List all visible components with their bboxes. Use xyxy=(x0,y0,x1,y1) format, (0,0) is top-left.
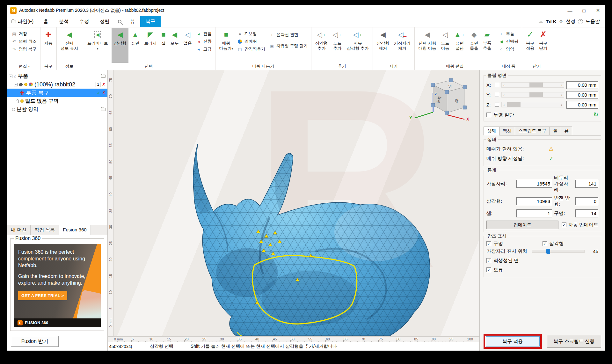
zoom-part-button[interactable]: ＋부품 xyxy=(497,30,520,38)
overlap-button[interactable]: ◂겹침 xyxy=(194,30,214,38)
scroll-left-icon[interactable]: ‹ xyxy=(502,93,506,97)
tab-job-list[interactable]: 작업 목록 xyxy=(31,225,59,235)
run-repair-script-button[interactable]: 복구 스크립트 실행 xyxy=(547,335,601,348)
extrude-surface-button[interactable]: ◆표면 돌출 xyxy=(468,28,480,63)
minimize-button[interactable]: — xyxy=(563,5,577,16)
shells-value[interactable] xyxy=(516,209,552,217)
menu-modify[interactable]: 수정 xyxy=(74,16,94,27)
errors-checkbox[interactable] xyxy=(486,267,491,272)
clip-z-value[interactable] xyxy=(566,101,598,109)
menu-analysis[interactable]: 분석 xyxy=(54,16,74,27)
shell-select-button[interactable]: ■셸 xyxy=(159,28,168,63)
tab-actions[interactable]: 액션 xyxy=(499,127,515,135)
mesh-trim-button[interactable]: ■메쉬 다듬기▾ xyxy=(217,28,236,63)
edges-value[interactable] xyxy=(516,180,552,188)
color-wheel-icon[interactable] xyxy=(29,83,33,86)
contour-join-button[interactable]: ＋윤곽선 결합 xyxy=(267,30,310,39)
freeform-close-button[interactable]: ▣자유형 구멍 닫기 xyxy=(267,39,310,50)
extract-part-button[interactable]: ▰부품 추출 xyxy=(481,28,493,63)
tree-item-part-repair[interactable]: ✚ 부품 복구 ✓ ✗ xyxy=(7,89,107,97)
clip-z-checkbox[interactable] xyxy=(495,103,499,107)
advanced-button[interactable]: ◂고급 xyxy=(194,45,214,53)
tab-fusion-360[interactable]: Fusion 360 xyxy=(59,225,91,235)
get-fusion-button[interactable]: Fusion 받기 xyxy=(11,336,59,347)
account-name[interactable]: Td K xyxy=(546,19,556,24)
clip-x-thumb[interactable] xyxy=(529,83,543,87)
visibility-bulb-icon[interactable] xyxy=(24,83,27,86)
holes-value[interactable] xyxy=(575,209,598,217)
menu-search[interactable] xyxy=(115,16,125,27)
maximize-button[interactable]: □ xyxy=(577,5,591,16)
refresh-icon[interactable]: ↻ xyxy=(594,111,598,118)
menu-file[interactable]: 파일(F) xyxy=(7,16,38,27)
clip-y-thumb[interactable] xyxy=(529,92,543,97)
remove-triangle-button[interactable]: ◀삼각형 제거 xyxy=(375,28,391,63)
help-button[interactable]: 도움말 xyxy=(586,18,600,25)
apply-repair-action-button[interactable]: 복구 적용 xyxy=(486,336,540,346)
menu-home[interactable]: 홈 xyxy=(38,16,54,27)
triangles-checkbox[interactable] xyxy=(543,241,547,246)
free-trial-button[interactable]: GET A FREE TRIAL > xyxy=(18,291,67,300)
remesh-button[interactable]: 리메쉬 xyxy=(236,38,267,45)
tab-script-repair[interactable]: 스크립트 복구 xyxy=(515,127,550,135)
surface-select-button[interactable]: ▲표면 xyxy=(129,28,142,63)
navigation-cube[interactable]: 위 왼쪽 앞 Y X Z xyxy=(410,78,470,121)
clip-y-value[interactable] xyxy=(566,91,598,99)
primitive-button[interactable]: ◀프리미티브 ▾ xyxy=(84,28,111,63)
tab-status[interactable]: 상태 xyxy=(484,127,499,135)
transparent-cut-checkbox[interactable] xyxy=(486,113,491,117)
remove-edge-button[interactable]: ◁▂가장자리 제거 xyxy=(392,28,413,63)
scroll-left-icon[interactable]: ‹ xyxy=(502,103,506,107)
degenerate-checkbox[interactable] xyxy=(486,258,491,263)
menu-repair[interactable]: 복구 xyxy=(140,16,161,27)
scroll-right-icon[interactable]: › xyxy=(559,103,564,107)
tab-view[interactable]: 뷰 xyxy=(561,127,572,135)
tree-item-rabbit02[interactable]: − (100%) rabbit02 1 ✗ xyxy=(7,80,107,89)
scroll-right-icon[interactable]: › xyxy=(559,93,564,97)
toggle-button[interactable]: ◂전환 xyxy=(194,38,214,45)
slider-thumb[interactable] xyxy=(546,249,550,254)
expander-icon[interactable]: − xyxy=(9,75,12,78)
add-triangle-button[interactable]: ◁＋삼각형 추가 xyxy=(313,28,330,63)
add-free-triangle-button[interactable]: ◁＋자유 삼각형 추가 xyxy=(345,28,371,63)
folder-icon[interactable] xyxy=(101,75,106,78)
z-correct-button[interactable]: ●Z-보정 xyxy=(236,30,267,38)
brush-select-button[interactable]: ◤브러시 xyxy=(142,28,159,63)
save-button[interactable]: ▤저장 xyxy=(10,30,39,38)
tree-item-parts-root[interactable]: − ⌂ 부품 xyxy=(7,72,107,80)
menu-view[interactable]: 뷰 xyxy=(125,16,140,27)
undo-button[interactable]: ↶명령 취소 xyxy=(10,38,39,45)
clip-y-scrollbar[interactable]: ‹ › xyxy=(501,92,564,98)
redo-button[interactable]: ↷명령 복구 xyxy=(10,45,39,53)
triangle-select-button[interactable]: ◀삼각형 xyxy=(112,28,128,63)
cut-surface-button[interactable]: ▲＋표면 절단 xyxy=(452,28,467,63)
clip-x-checkbox[interactable] xyxy=(495,83,499,87)
apply-repair-button[interactable]: ✓복구 적용 xyxy=(524,28,536,63)
select-none-button[interactable]: ◁없음 xyxy=(181,28,194,63)
clip-z-thumb[interactable] xyxy=(507,102,521,107)
close-repair-button[interactable]: ✗복구 닫기 xyxy=(537,28,550,63)
edge-position-slider[interactable] xyxy=(532,250,585,253)
border-edges-value[interactable] xyxy=(575,180,598,188)
move-node-button[interactable]: ◁노드 이동 xyxy=(439,28,451,63)
tab-shells[interactable]: 셸 xyxy=(550,127,561,135)
tab-my-machines[interactable]: 내 머신 xyxy=(7,225,31,235)
fusion-ad-banner[interactable]: Fusion 360 is the perfect complement for… xyxy=(14,244,101,327)
expander-icon[interactable]: − xyxy=(14,83,18,86)
tree-item-split-region[interactable]: 분할 영역 xyxy=(7,105,107,113)
clip-x-value[interactable] xyxy=(566,81,598,89)
menu-arrange[interactable]: 정렬 xyxy=(94,16,115,27)
clip-z-scrollbar[interactable]: ‹ › xyxy=(501,102,564,107)
group-label-edit[interactable]: 편집▾ xyxy=(10,63,39,70)
tree-item-no-build-zone[interactable]: 빌드 없음 구역 xyxy=(7,97,107,105)
selection-info-button[interactable]: ◀선택 정보 표시 xyxy=(58,28,81,63)
scroll-right-icon[interactable]: › xyxy=(559,83,564,87)
auto-update-checkbox[interactable] xyxy=(562,222,566,227)
zoom-region-button[interactable]: ○영역 xyxy=(497,45,520,53)
visibility-bulb-icon[interactable] xyxy=(20,99,24,103)
settings-button[interactable]: 설정 xyxy=(566,18,575,25)
triangles-value[interactable] xyxy=(516,197,552,205)
scroll-left-icon[interactable]: ‹ xyxy=(502,83,506,87)
update-button[interactable]: 업데이트 xyxy=(486,221,558,229)
clip-y-checkbox[interactable] xyxy=(495,93,499,97)
